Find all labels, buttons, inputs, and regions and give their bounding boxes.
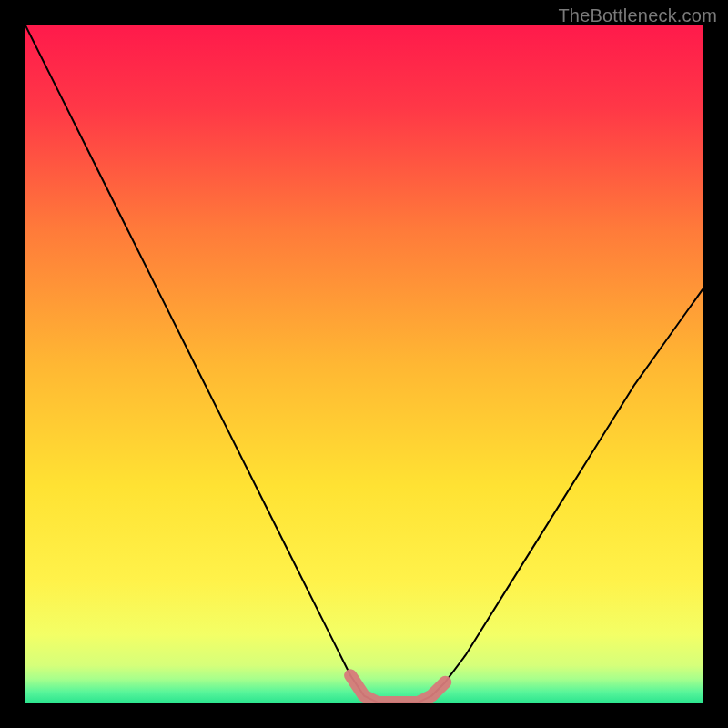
bottleneck-chart xyxy=(25,25,703,703)
watermark-text: TheBottleneck.com xyxy=(558,5,717,26)
gradient-background xyxy=(25,25,703,703)
plot-area xyxy=(25,25,703,703)
chart-frame: TheBottleneck.com xyxy=(0,0,728,728)
